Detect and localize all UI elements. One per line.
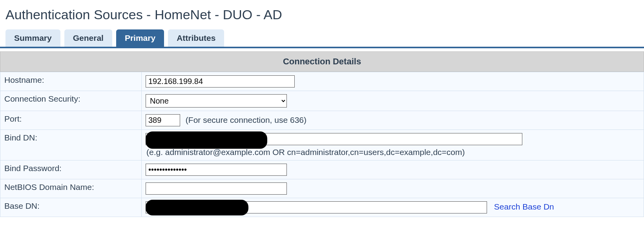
tab-attributes[interactable]: Attributes	[168, 29, 224, 47]
port-hint: (For secure connection, use 636)	[186, 115, 306, 124]
hostname-label: Hostname:	[0, 72, 142, 91]
page-title: Authentication Sources - HomeNet - DUO -…	[0, 0, 644, 29]
search-base-dn-link[interactable]: Search Base Dn	[494, 202, 554, 211]
bind-dn-help: (e.g. administrator@example.com OR cn=ad…	[146, 148, 640, 157]
tab-summary[interactable]: Summary	[5, 29, 60, 47]
bind-password-input[interactable]	[146, 164, 287, 176]
connection-security-select[interactable]: None	[146, 94, 287, 108]
port-label: Port:	[0, 111, 142, 130]
section-header-connection-details: Connection Details	[0, 51, 644, 72]
tab-primary[interactable]: Primary	[116, 29, 164, 47]
bind-dn-label: Bind DN:	[0, 130, 142, 160]
netbios-input[interactable]	[146, 182, 287, 195]
bind-password-label: Bind Password:	[0, 160, 142, 179]
redacted-base-dn	[146, 200, 248, 215]
connection-security-label: Connection Security:	[0, 91, 142, 111]
base-dn-label: Base DN:	[0, 198, 142, 217]
port-input[interactable]	[146, 114, 180, 126]
netbios-label: NetBIOS Domain Name:	[0, 179, 142, 198]
tabs: Summary General Primary Attributes	[0, 29, 644, 48]
connection-details-table: Hostname: Connection Security: None Port…	[0, 72, 644, 217]
tab-general[interactable]: General	[64, 29, 112, 47]
hostname-input[interactable]	[146, 75, 295, 88]
redacted-bind-dn	[146, 131, 267, 149]
